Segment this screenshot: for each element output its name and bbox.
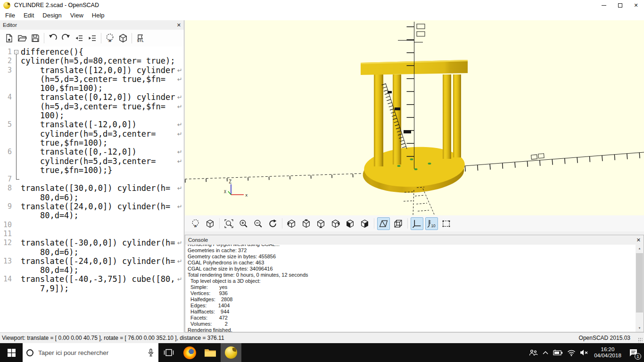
fold-column: - — [13, 257, 21, 266]
console-body[interactable]: Rendering Polygon Mesh using CGAL...Geom… — [185, 245, 644, 332]
code-editor[interactable]: 1 - difference(){ ↵ 2 - cylinder(h=5,d=8… — [0, 47, 184, 332]
preview-icon: » — [190, 219, 200, 229]
zoom-in-button[interactable] — [237, 217, 250, 230]
scroll-down-icon[interactable]: ▼ — [636, 324, 644, 332]
minimize-button[interactable] — [596, 0, 612, 10]
undo-icon — [48, 33, 58, 43]
preview-button[interactable]: » — [103, 32, 116, 45]
console-line: Vertices: 936 — [188, 290, 644, 296]
reset-view-button[interactable] — [266, 217, 279, 230]
code-line: - 80,d=6); ↵ — [0, 248, 184, 257]
3d-scene: Z x X — [185, 20, 644, 215]
export-stl-button[interactable]: STL — [134, 32, 147, 45]
resize-grip[interactable] — [638, 337, 643, 342]
task-view-button[interactable] — [158, 343, 179, 362]
view-front-button[interactable] — [344, 217, 356, 230]
console-close-icon[interactable]: ✕ — [636, 237, 641, 243]
console-line: Halfedges: 2808 — [188, 296, 644, 303]
taskbar-search[interactable] — [23, 343, 158, 362]
scrollbar-thumb[interactable] — [636, 253, 643, 313]
clock-time: 16:20 — [593, 346, 623, 353]
openscad-taskbar-button[interactable] — [221, 343, 241, 362]
fold-column: - — [13, 230, 21, 239]
line-number — [0, 84, 13, 93]
show-scale-markers-button[interactable]: 10 — [425, 217, 438, 230]
maximize-button[interactable] — [612, 0, 628, 10]
show-crosshairs-icon — [441, 219, 451, 229]
code-line: 7 - ↵ — [0, 175, 184, 184]
console-scrollbar[interactable]: ▲ ▼ — [636, 245, 644, 332]
start-button[interactable] — [0, 343, 23, 362]
render-view-button[interactable] — [204, 217, 216, 230]
redo-button[interactable] — [59, 32, 73, 45]
code-line: - cylinder(h=5,d=3,center= ↵ — [0, 157, 184, 166]
viewport-3d[interactable]: Z x X — [185, 20, 644, 215]
file-explorer-taskbar-button[interactable] — [200, 343, 221, 362]
orthogonal-view-button[interactable] — [392, 217, 405, 230]
zoom-out-button[interactable] — [252, 217, 264, 230]
view-back-button[interactable] — [358, 217, 371, 230]
view-bottom-button[interactable] — [314, 217, 327, 230]
console-line: Rendering finished. — [188, 327, 644, 332]
code-text: (h=5,d=3,center= true,$fn= — [21, 75, 177, 84]
code-text — [21, 175, 177, 184]
microphone-icon[interactable] — [147, 348, 155, 357]
zoom-out-icon — [253, 219, 263, 229]
console-line: Simple: yes — [188, 284, 644, 290]
unindent-button[interactable] — [73, 32, 86, 45]
new-file-button[interactable] — [2, 32, 16, 45]
show-scale-markers-icon: 10 — [427, 219, 437, 229]
menu-item[interactable]: File — [1, 12, 19, 19]
view-left-button[interactable] — [329, 217, 342, 230]
line-number: 2 — [0, 57, 13, 66]
code-line: - cylinder(h=5,d=3,center= ↵ — [0, 130, 184, 139]
fold-column: - — [13, 221, 21, 230]
show-axes-button[interactable] — [411, 217, 423, 230]
save-button[interactable] — [29, 32, 42, 45]
editor-close-icon[interactable]: ✕ — [177, 22, 181, 28]
line-number — [0, 139, 13, 148]
menu-item[interactable]: Design — [38, 12, 66, 19]
menu-item[interactable]: View — [66, 12, 88, 19]
battery-button[interactable] — [553, 350, 563, 355]
wifi-button[interactable] — [567, 349, 576, 356]
people-icon — [529, 349, 538, 356]
menu-item[interactable]: Edit — [19, 12, 38, 19]
render-button[interactable] — [116, 32, 130, 45]
code-line: 4 - translate([0,12,0]) cylinder ↵ — [0, 93, 184, 102]
stl-label: STL — [137, 39, 144, 42]
undo-button[interactable] — [46, 32, 59, 45]
preview-icon: » — [105, 33, 115, 43]
line-number: 14 — [0, 275, 13, 284]
fold-column: - — [13, 184, 21, 193]
people-button[interactable] — [529, 349, 538, 356]
line-number — [0, 130, 13, 139]
taskbar-clock[interactable]: 16:20 04/04/2018 — [593, 346, 623, 359]
search-input[interactable] — [38, 349, 147, 356]
line-number: 13 — [0, 257, 13, 266]
zoom-all-button[interactable] — [223, 217, 235, 230]
indent-button[interactable] — [86, 32, 99, 45]
preview-view-button[interactable]: » — [189, 217, 202, 230]
open-file-button[interactable] — [16, 32, 29, 45]
scroll-up-icon[interactable]: ▲ — [636, 245, 644, 252]
fold-column: - — [13, 275, 21, 284]
console-line: Geometries in cache: 372 — [188, 247, 644, 254]
view-top-button[interactable] — [300, 217, 313, 230]
code-line: 2 - cylinder(h=5,d=80,center= true); ↵ — [0, 57, 184, 66]
view-right-button[interactable] — [285, 217, 298, 230]
line-number — [0, 166, 13, 175]
fold-marker-icon[interactable]: - — [14, 50, 18, 54]
line-number: 8 — [0, 184, 13, 193]
show-crosshairs-button[interactable] — [440, 217, 453, 230]
menu-item[interactable]: Help — [88, 12, 109, 19]
perspective-view-button[interactable] — [377, 217, 390, 230]
line-number — [0, 111, 13, 120]
action-center-button[interactable]: 1 — [627, 346, 640, 359]
tray-expand-button[interactable] — [542, 351, 549, 355]
line-number — [0, 75, 13, 84]
close-button[interactable]: ✕ — [628, 0, 644, 10]
volume-button[interactable] — [580, 349, 588, 356]
firefox-taskbar-button[interactable] — [179, 343, 200, 362]
line-number — [0, 284, 13, 293]
